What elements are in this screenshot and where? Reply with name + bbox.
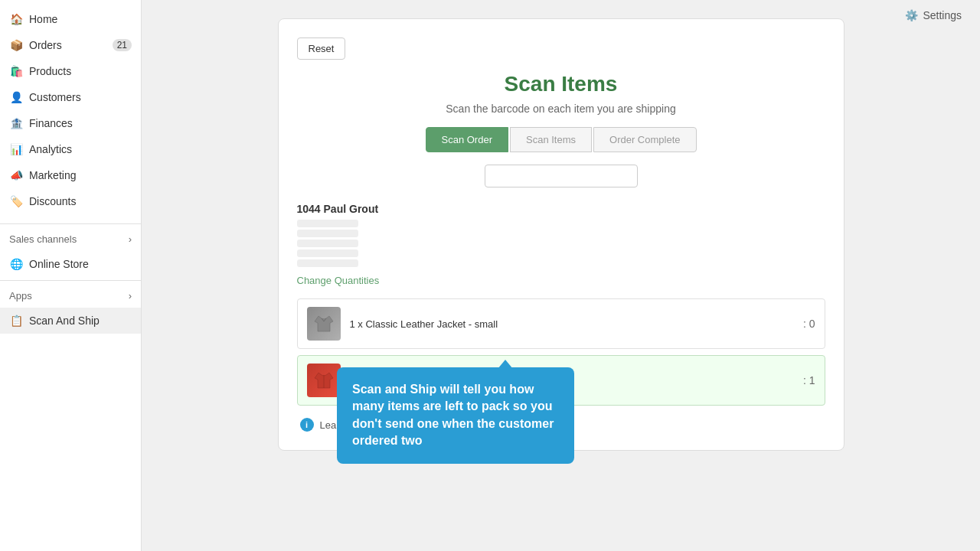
scan-subtitle: Scan the barcode on each item you are sh… — [297, 103, 825, 115]
item-count-1: : 0 — [803, 318, 815, 330]
item-row-1: 1 x Classic Leather Jacket - small : 0 — [297, 298, 825, 349]
order-name: 1044 Paul Grout — [297, 203, 825, 215]
marketing-icon: 📣 — [9, 168, 23, 182]
settings-label: Settings — [923, 9, 962, 21]
sidebar: 🏠 Home 📦 Orders 21 🛍️ Products 👤 Custome… — [0, 0, 142, 551]
page-title: Scan Items — [297, 72, 825, 96]
sidebar-item-label: Scan And Ship — [29, 315, 100, 327]
change-quantities-link[interactable]: Change Quantities — [297, 275, 825, 286]
order-detail-5 — [297, 259, 358, 267]
sales-channels-header[interactable]: Sales channels › — [0, 227, 141, 251]
sidebar-item-orders[interactable]: 📦 Orders 21 — [0, 32, 141, 58]
tab-scan-items[interactable]: Scan Items — [510, 127, 592, 152]
orders-badge: 21 — [113, 39, 132, 51]
apps-header[interactable]: Apps › — [0, 284, 141, 308]
order-detail-1 — [297, 220, 358, 227]
sidebar-item-label: Products — [29, 65, 71, 77]
main-content: ⚙️ Settings Reset Scan Items Scan the ba… — [142, 0, 980, 551]
orders-icon: 📦 — [9, 38, 23, 52]
sidebar-item-online-store[interactable]: 🌐 Online Store — [0, 251, 141, 277]
item-info-1: 1 x Classic Leather Jacket - small — [350, 318, 803, 330]
sidebar-item-label: Online Store — [29, 258, 89, 270]
scan-and-ship-icon: 📋 — [9, 314, 23, 328]
sidebar-item-label: Orders — [29, 39, 62, 51]
tab-order-complete[interactable]: Order Complete — [593, 127, 696, 152]
sidebar-item-label: Discounts — [29, 195, 76, 207]
discounts-icon: 🏷️ — [9, 194, 23, 208]
jacket-svg — [312, 312, 335, 335]
sidebar-item-scan-and-ship[interactable]: 📋 Scan And Ship — [0, 308, 141, 334]
sidebar-divider — [0, 223, 141, 224]
sidebar-item-label: Finances — [29, 117, 73, 129]
settings-button[interactable]: ⚙️ Settings — [905, 9, 962, 21]
order-detail-3 — [297, 240, 358, 247]
sidebar-item-customers[interactable]: 👤 Customers — [0, 84, 141, 110]
barcode-input[interactable] — [485, 165, 638, 187]
tab-scan-order[interactable]: Scan Order — [426, 127, 508, 152]
tooltip: Scan and Ship will tell you how many ite… — [337, 367, 574, 464]
item-thumbnail-1 — [307, 307, 341, 341]
reset-button[interactable]: Reset — [297, 37, 346, 60]
sidebar-item-finances[interactable]: 🏦 Finances — [0, 110, 141, 136]
products-icon: 🛍️ — [9, 64, 23, 78]
customers-icon: 👤 — [9, 90, 23, 104]
sidebar-item-label: Marketing — [29, 169, 76, 181]
home-icon: 🏠 — [9, 12, 23, 26]
item-name-1: 1 x Classic Leather Jacket - small — [350, 318, 803, 330]
apps-label: Apps — [9, 290, 32, 302]
finances-icon: 🏦 — [9, 116, 23, 130]
info-icon: i — [300, 418, 314, 432]
online-store-icon: 🌐 — [9, 257, 23, 271]
order-detail-4 — [297, 249, 358, 257]
sidebar-divider-2 — [0, 280, 141, 281]
sidebar-item-label: Customers — [29, 91, 81, 103]
sidebar-item-label: Analytics — [29, 143, 72, 155]
analytics-icon: 📊 — [9, 142, 23, 156]
item-thumbnail-2 — [307, 364, 341, 397]
tab-buttons: Scan Order Scan Items Order Complete — [297, 127, 825, 152]
sidebar-item-discounts[interactable]: 🏷️ Discounts — [0, 188, 141, 214]
chevron-right-icon: › — [129, 233, 132, 245]
sidebar-item-home[interactable]: 🏠 Home — [0, 6, 141, 32]
sidebar-item-marketing[interactable]: 📣 Marketing — [0, 162, 141, 188]
shirt-svg — [312, 369, 335, 392]
sidebar-item-analytics[interactable]: 📊 Analytics — [0, 136, 141, 162]
item-count-2: : 1 — [803, 374, 815, 386]
chevron-right-icon-2: › — [129, 290, 132, 302]
tooltip-text: Scan and Ship will tell you how many ite… — [352, 383, 554, 447]
sidebar-item-products[interactable]: 🛍️ Products — [0, 58, 141, 84]
sales-channels-label: Sales channels — [9, 233, 77, 245]
gear-icon: ⚙️ — [905, 9, 918, 21]
sidebar-item-label: Home — [29, 13, 57, 25]
barcode-input-container — [297, 165, 825, 187]
order-detail-2 — [297, 230, 358, 237]
